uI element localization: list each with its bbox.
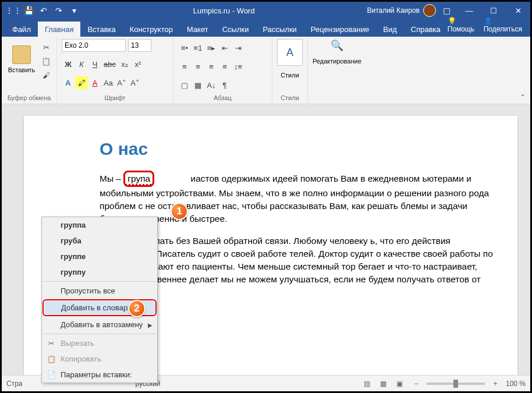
font-label: Шрифт — [62, 93, 168, 102]
user-area: Виталий Каиров ▢ — [367, 3, 457, 17]
paragraph-1: Мы – група иастов одержимых идеей помога… — [100, 171, 494, 225]
suggestion-item[interactable]: группу — [42, 264, 157, 280]
line-spacing-button[interactable]: ↕≡ — [232, 60, 244, 73]
font-color-button[interactable]: A — [88, 76, 101, 89]
heading: О нас — [100, 139, 494, 159]
paragraph-label: Абзац — [178, 93, 267, 102]
collapse-ribbon-icon[interactable]: ⌃ — [520, 93, 526, 101]
borders-button[interactable]: ▦ — [191, 79, 204, 91]
user-avatar[interactable] — [423, 4, 436, 17]
decrease-indent-button[interactable]: ⇤ — [218, 41, 231, 54]
paragraph-2: ожем это сделать без Вашей обратной связ… — [100, 235, 494, 286]
grow-font-button[interactable]: A˄ — [115, 76, 128, 89]
italic-button[interactable]: К — [75, 58, 88, 70]
styles-gallery[interactable]: A — [277, 39, 303, 66]
suggestion-item[interactable]: группе — [42, 249, 157, 264]
separator — [42, 334, 157, 334]
print-layout-icon[interactable]: ▦ — [378, 380, 389, 388]
submenu-arrow-icon: ▶ — [148, 321, 152, 328]
help-button[interactable]: 💡 Помощь — [448, 17, 477, 33]
multilevel-button[interactable]: ≡▸ — [205, 41, 218, 54]
tab-review[interactable]: Рецензирование — [304, 22, 376, 37]
align-left-button[interactable]: ≡ — [178, 60, 191, 73]
ribbon: Вставить ✂ 📋 🖌 Буфер обмена Ж К Ч abc x₂… — [2, 37, 530, 104]
misspelled-word[interactable]: група — [123, 171, 154, 187]
zoom-out-button[interactable]: − — [410, 380, 422, 388]
annotation-badge-2: 2 — [128, 300, 146, 317]
spelling-context-menu: группа груба группе группу Пропустить вс… — [41, 217, 158, 383]
show-marks-button[interactable]: ¶ — [218, 79, 231, 91]
clipboard-icon — [12, 45, 31, 64]
font-size-select[interactable] — [128, 39, 151, 52]
ribbon-options-icon[interactable]: ▢ — [439, 3, 453, 17]
cut-item[interactable]: ✂Вырезать — [42, 335, 157, 351]
zoom-thumb[interactable] — [453, 380, 458, 388]
tab-layout[interactable]: Макет — [180, 22, 215, 37]
strike-button[interactable]: abc — [102, 58, 118, 70]
superscript-button[interactable]: x² — [132, 58, 144, 70]
separator — [42, 281, 157, 282]
skip-all-item[interactable]: Пропустить все — [42, 283, 157, 299]
tab-references[interactable]: Ссылки — [215, 22, 256, 37]
underline-button[interactable]: Ч — [88, 58, 101, 70]
save-icon[interactable]: 💾 — [22, 3, 36, 17]
user-name: Виталий Каиров — [367, 6, 420, 15]
undo-icon[interactable]: ↶ — [37, 3, 51, 17]
align-right-button[interactable]: ≡ — [205, 60, 218, 73]
text-effects-button[interactable]: A — [62, 76, 75, 89]
tab-design[interactable]: Конструктор — [123, 22, 180, 37]
quick-access-toolbar: ⋮⋮ 💾 ↶ ↷ ▾ — [2, 3, 81, 17]
page-indicator[interactable]: Стра — [6, 380, 23, 388]
paste-options-item[interactable]: 📄Параметры вставки: — [42, 367, 157, 383]
redo-icon[interactable]: ↷ — [52, 3, 66, 17]
cut-icon[interactable]: ✂ — [40, 41, 52, 53]
qat-more-icon[interactable]: ⋮⋮ — [6, 3, 20, 17]
sort-button[interactable]: A↓ — [205, 79, 218, 91]
tab-help[interactable]: Справка — [404, 22, 448, 37]
increase-indent-button[interactable]: ⇥ — [232, 41, 244, 54]
highlight-button[interactable]: 🖍 — [75, 76, 88, 89]
tab-mailings[interactable]: Рассылки — [256, 22, 303, 37]
paste-icon: 📄 — [47, 371, 56, 379]
group-styles: A Стили Стили — [272, 37, 308, 104]
cut-icon: ✂ — [47, 339, 56, 348]
group-font: Ж К Ч abc x₂ x² A 🖍 A Aa A˄ A˅ Шрифт — [57, 37, 173, 104]
bullets-button[interactable]: ≡• — [178, 41, 191, 54]
paste-button[interactable]: Вставить — [6, 39, 37, 80]
group-editing: 🔍 Редактирование — [308, 37, 366, 104]
bold-button[interactable]: Ж — [62, 58, 75, 70]
ribbon-tabs: Файл Главная Вставка Конструктор Макет С… — [2, 19, 530, 37]
zoom-level[interactable]: 100 % — [506, 380, 526, 388]
share-button[interactable]: 👤 Поделиться — [484, 17, 522, 33]
suggestion-item[interactable]: группа — [42, 217, 157, 233]
subscript-button[interactable]: x₂ — [118, 58, 131, 70]
numbering-button[interactable]: ≡1 — [191, 41, 204, 54]
web-layout-icon[interactable]: ▣ — [394, 380, 406, 388]
tab-file[interactable]: Файл — [5, 22, 38, 37]
suggestion-item[interactable]: груба — [42, 233, 157, 249]
add-to-autocorrect-item[interactable]: Добавить в автозамену▶ — [42, 317, 157, 332]
shading-button[interactable]: ▢ — [178, 79, 191, 91]
tab-insert[interactable]: Вставка — [80, 22, 122, 37]
annotation-badge-1: 1 — [171, 203, 188, 220]
qat-dropdown-icon[interactable]: ▾ — [67, 3, 81, 17]
format-painter-icon[interactable]: 🖌 — [40, 69, 52, 81]
zoom-slider[interactable] — [427, 383, 485, 385]
group-paragraph: ≡• ≡1 ≡▸ ⇤ ⇥ ≡ ≡ ≡ ≡ ↕≡ ▢ ▦ A↓ ¶ Абзац — [173, 37, 272, 104]
tab-view[interactable]: Вид — [376, 22, 404, 37]
window-title: Lumpics.ru - Word — [81, 6, 367, 15]
tab-home[interactable]: Главная — [38, 22, 80, 37]
copy-icon[interactable]: 📋 — [40, 55, 52, 67]
font-name-select[interactable] — [62, 39, 126, 52]
change-case-button[interactable]: Aa — [102, 76, 115, 89]
justify-button[interactable]: ≡ — [218, 60, 231, 73]
styles-label: Стили — [277, 93, 303, 102]
copy-item[interactable]: 📋Копировать — [42, 351, 157, 367]
group-clipboard: Вставить ✂ 📋 🖌 Буфер обмена — [2, 37, 57, 104]
copy-icon: 📋 — [47, 355, 56, 363]
find-icon[interactable]: 🔍 — [329, 39, 345, 52]
shrink-font-button[interactable]: A˅ — [129, 76, 141, 89]
zoom-in-button[interactable]: + — [490, 380, 501, 388]
align-center-button[interactable]: ≡ — [191, 60, 204, 73]
read-mode-icon[interactable]: ▤ — [361, 380, 373, 388]
